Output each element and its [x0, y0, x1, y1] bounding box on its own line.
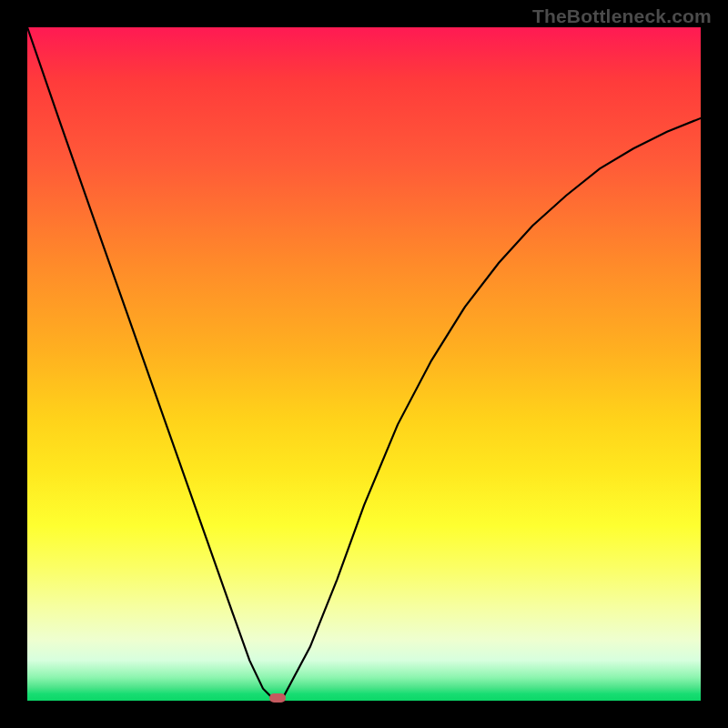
watermark-text: TheBottleneck.com [532, 5, 712, 27]
chart-frame: TheBottleneck.com [0, 0, 728, 728]
plot-area [27, 27, 701, 701]
vertex-marker [269, 693, 286, 703]
curve-svg [27, 27, 701, 701]
curve-right-branch [283, 118, 701, 697]
curve-left-branch [27, 27, 273, 699]
